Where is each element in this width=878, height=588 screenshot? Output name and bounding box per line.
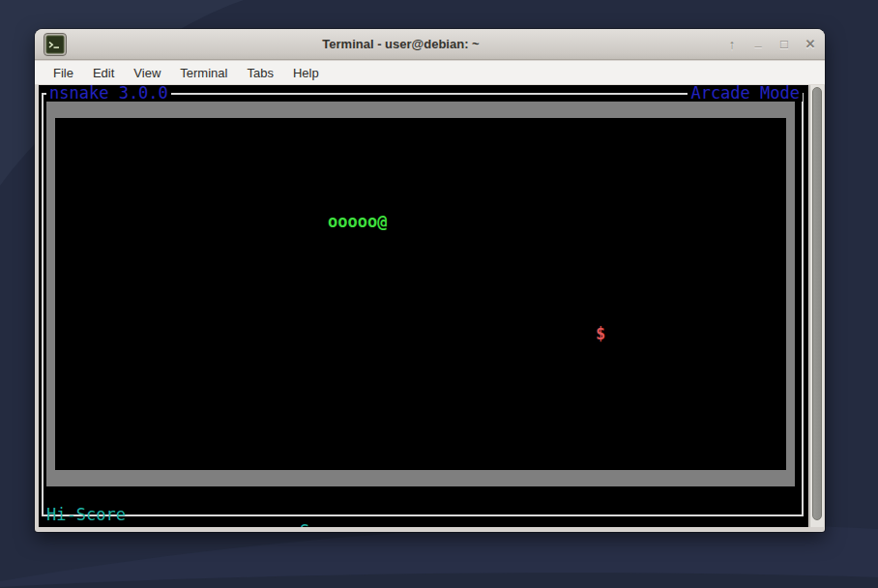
menu-view[interactable]: View <box>124 61 170 85</box>
snake: ooooo@ <box>328 214 387 230</box>
maximize-button[interactable]: □ <box>776 35 793 54</box>
shade-button[interactable]: ↑ <box>723 35 741 54</box>
game-mode-label: Arcade Mode <box>688 85 803 102</box>
menu-help[interactable]: Help <box>283 61 329 85</box>
minimize-button[interactable]: _ <box>749 35 767 54</box>
menu-file[interactable]: File <box>44 61 83 85</box>
hi-score-label: Hi-Score <box>46 507 126 523</box>
menubar: File Edit View Terminal Tabs Help <box>35 61 825 85</box>
menu-edit[interactable]: Edit <box>83 61 124 85</box>
window-controls: ↑ _ □ ✕ <box>723 29 819 60</box>
score-label: Score <box>300 523 349 527</box>
desktop: Terminal - user@debian: ~ ↑ _ □ ✕ File E… <box>0 0 878 588</box>
game-wall <box>46 102 795 486</box>
scrollbar-track[interactable] <box>809 85 824 527</box>
menu-tabs[interactable]: Tabs <box>237 61 282 85</box>
titlebar[interactable]: Terminal - user@debian: ~ ↑ _ □ ✕ <box>35 29 825 60</box>
game-title: nsnake 3.0.0 <box>46 85 171 102</box>
menu-terminal[interactable]: Terminal <box>170 61 237 85</box>
game-field <box>55 118 786 470</box>
scrollbar-thumb[interactable] <box>812 87 822 520</box>
close-button[interactable]: ✕ <box>802 35 819 54</box>
game-status-bar: Hi-Score Score 6 Speed 1 <box>39 490 808 507</box>
terminal-app-icon[interactable] <box>44 33 67 56</box>
terminal-window: Terminal - user@debian: ~ ↑ _ □ ✕ File E… <box>35 29 825 532</box>
food-dollar: $ <box>596 326 605 342</box>
terminal-screen[interactable]: nsnake 3.0.0 Arcade Mode ooooo@ $ Hi-Sco… <box>39 85 808 527</box>
window-title: Terminal - user@debian: ~ <box>93 29 709 60</box>
